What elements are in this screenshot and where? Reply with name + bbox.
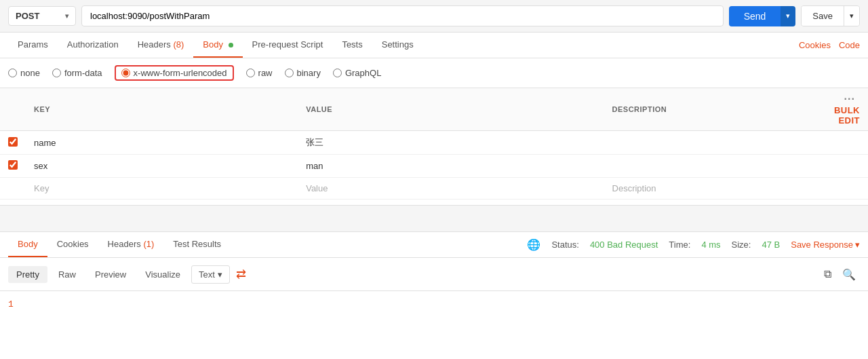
radio-raw[interactable]: raw: [246, 68, 273, 78]
tab-body[interactable]: Body: [193, 33, 242, 58]
bulk-edit-button[interactable]: Bulk Edit: [834, 105, 860, 126]
section-divider: [0, 205, 868, 232]
time-label: Time:: [669, 240, 690, 250]
empty-actions: [826, 178, 868, 200]
send-button[interactable]: Send: [729, 6, 781, 26]
url-bar: POST ▾ Send ▾ Save ▾: [0, 0, 868, 33]
resp-tab-cookies[interactable]: Cookies: [47, 232, 98, 257]
toolbar-right: ⧉ 🔍: [820, 265, 860, 284]
col-header-value: VALUE: [298, 88, 604, 131]
row-desc-0[interactable]: [604, 131, 826, 155]
row-value-1[interactable]: man: [298, 155, 604, 178]
preview-button[interactable]: Preview: [87, 266, 134, 283]
search-button[interactable]: 🔍: [838, 265, 860, 284]
pretty-button[interactable]: Pretty: [8, 266, 47, 283]
radio-form-data[interactable]: form-data: [52, 68, 102, 78]
send-button-group: Send ▾: [729, 6, 796, 26]
save-button[interactable]: Save: [802, 6, 844, 26]
row-key-0[interactable]: name: [26, 131, 298, 155]
row-desc-1[interactable]: [604, 155, 826, 178]
radio-none[interactable]: none: [8, 68, 40, 78]
radio-x-www-form-urlencoded[interactable]: x-www-form-urlencoded: [115, 65, 234, 81]
more-options-icon[interactable]: ···: [844, 93, 855, 105]
tab-tests[interactable]: Tests: [332, 33, 372, 58]
body-type-row: none form-data x-www-form-urlencoded raw…: [0, 58, 868, 88]
url-input[interactable]: [81, 5, 724, 26]
wrap-button[interactable]: ⇄: [233, 263, 250, 285]
radio-binary[interactable]: binary: [285, 68, 321, 78]
copy-button[interactable]: ⧉: [820, 265, 835, 283]
col-header-description: DESCRIPTION: [604, 88, 826, 131]
cookies-code-links: Cookies Code: [799, 40, 860, 50]
status-value: 400 Bad Request: [590, 240, 658, 250]
text-format-chevron-icon: ▾: [218, 269, 222, 280]
resp-tab-body[interactable]: Body: [8, 232, 47, 257]
empty-key-placeholder[interactable]: Key: [26, 178, 298, 200]
empty-value-placeholder[interactable]: Value: [298, 178, 604, 200]
response-meta: 🌐 Status: 400 Bad Request Time: 4 ms Siz…: [527, 238, 860, 251]
empty-desc-placeholder[interactable]: Description: [604, 178, 826, 200]
tab-pre-request-script[interactable]: Pre-request Script: [243, 33, 333, 58]
resp-tab-test-results[interactable]: Test Results: [163, 232, 231, 257]
tab-headers[interactable]: Headers (8): [128, 33, 194, 58]
save-button-group: Save ▾: [801, 5, 860, 26]
save-response-chevron-icon: ▾: [855, 240, 860, 250]
visualize-button[interactable]: Visualize: [137, 266, 189, 283]
save-response-button[interactable]: Save Response ▾: [791, 240, 860, 250]
globe-icon: 🌐: [527, 238, 540, 251]
body-dot-indicator: [229, 43, 233, 48]
time-value: 4 ms: [701, 240, 720, 250]
text-format-dropdown[interactable]: Text ▾: [191, 265, 230, 284]
save-dropdown-button[interactable]: ▾: [844, 6, 859, 26]
col-header-checkbox: [0, 88, 26, 131]
resp-tab-headers[interactable]: Headers (1): [98, 232, 164, 257]
table-row: name 张三: [0, 131, 868, 155]
size-value: 47 B: [762, 240, 780, 250]
table-row: sex man: [0, 155, 868, 178]
row-checkbox-0[interactable]: [8, 137, 18, 147]
send-dropdown-button[interactable]: ▾: [781, 6, 795, 26]
tab-params[interactable]: Params: [8, 33, 58, 58]
cookies-link[interactable]: Cookies: [799, 40, 831, 50]
line-number-1: 1: [8, 299, 14, 309]
row-actions-1: [826, 155, 868, 178]
row-actions-0: [826, 131, 868, 155]
row-key-1[interactable]: sex: [26, 155, 298, 178]
kv-table: KEY VALUE DESCRIPTION ··· Bulk Edit name…: [0, 88, 868, 200]
code-link[interactable]: Code: [839, 40, 860, 50]
method-chevron-icon: ▾: [65, 12, 68, 20]
col-header-key: KEY: [26, 88, 298, 131]
tab-settings[interactable]: Settings: [372, 33, 423, 58]
status-label: Status:: [551, 240, 578, 250]
method-selector[interactable]: POST ▾: [8, 6, 76, 26]
request-tabs: Params Authorization Headers (8) Body Pr…: [0, 33, 868, 58]
response-toolbar: Pretty Raw Preview Visualize Text ▾ ⇄ ⧉ …: [0, 258, 868, 291]
tab-authorization[interactable]: Authorization: [58, 33, 128, 58]
row-value-0[interactable]: 张三: [298, 131, 604, 155]
response-content: 1: [0, 291, 868, 318]
table-row-empty: Key Value Description: [0, 178, 868, 200]
raw-button[interactable]: Raw: [50, 266, 84, 283]
radio-graphql[interactable]: GraphQL: [333, 68, 381, 78]
response-tabs: Body Cookies Headers (1) Test Results 🌐 …: [0, 232, 868, 258]
row-checkbox-1[interactable]: [8, 160, 18, 170]
size-label: Size:: [732, 240, 751, 250]
method-label: POST: [16, 11, 39, 21]
col-header-actions: ··· Bulk Edit: [826, 88, 868, 131]
